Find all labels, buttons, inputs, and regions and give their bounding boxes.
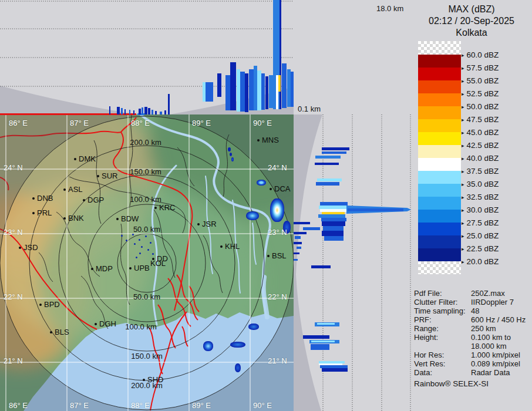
legend-label: ▸50.0 dBZ xyxy=(462,102,499,111)
legend-label: ▸52.5 dBZ xyxy=(462,89,499,98)
height-gridlines-side xyxy=(323,114,410,411)
metadata-value: 600 Hz / 450 Hz xyxy=(471,315,526,324)
legend-color-block xyxy=(418,248,461,261)
metadata-value: 250Z.max xyxy=(471,289,505,298)
legend-label: ▸27.5 dBZ xyxy=(462,218,499,227)
tick-arrow-icon: ▸ xyxy=(462,220,464,226)
legend-label: ▸42.5 dBZ xyxy=(462,141,499,150)
legend-color-block xyxy=(418,106,461,119)
height-gridlines xyxy=(0,1,294,86)
metadata-label: Range: xyxy=(414,324,471,333)
legend-label: ▸45.0 dBZ xyxy=(462,128,499,137)
tick-arrow-icon: ▸ xyxy=(462,52,464,58)
tick-arrow-icon: ▸ xyxy=(462,259,464,265)
legend-color-block xyxy=(418,223,461,235)
legend-label: ▸35.0 dBZ xyxy=(462,180,499,188)
tick-arrow-icon: ▸ xyxy=(462,117,464,123)
metadata-value: 1.000 km/pixel xyxy=(471,351,520,359)
legend-label: ▸55.0 dBZ xyxy=(462,76,499,85)
radar-product-window: 86° E86° E87° E87° E88° E88° E89° E89° E… xyxy=(0,0,532,411)
tick-arrow-icon: ▸ xyxy=(462,169,464,174)
metadata-value: 0.100 km to xyxy=(471,333,511,342)
legend-color-block xyxy=(418,210,461,223)
software-brand: Rainbow® SELEX-SI xyxy=(414,379,489,388)
product-timestamp: 02:12 / 20-Sep-2025 xyxy=(411,15,532,27)
legend-label: ▸25.0 dBZ xyxy=(462,231,499,240)
metadata-row: Height:0.100 km to xyxy=(414,333,531,342)
earth-curvature-right xyxy=(169,87,294,114)
metadata-row: Pdf File:250Z.max xyxy=(414,289,531,298)
tick-arrow-icon: ▸ xyxy=(462,78,464,84)
metadata-label: Height: xyxy=(414,333,471,342)
tick-arrow-icon: ▸ xyxy=(462,156,464,161)
legend-label: ▸37.5 dBZ xyxy=(462,167,499,176)
legend-label: ▸30.0 dBZ xyxy=(462,206,499,214)
tick-arrow-icon: ▸ xyxy=(462,233,464,239)
legend-label: ▸32.5 dBZ xyxy=(462,193,499,201)
metadata-value: 18.000 km xyxy=(471,342,507,351)
legend-header: MAX (dBZ) 02:12 / 20-Sep-2025 Kolkata xyxy=(411,4,532,39)
metadata-label: Time sampling: xyxy=(414,306,471,315)
earth-curvature-left xyxy=(0,86,139,114)
earth-curvature-side xyxy=(294,114,322,411)
legend-label: ▸40.0 dBZ xyxy=(462,154,499,163)
metadata-row: PRF:600 Hz / 450 Hz xyxy=(414,315,531,324)
metadata-row: Vert Res:0.089 km/pixel xyxy=(414,359,531,368)
metadata-value: 250 km xyxy=(471,324,496,333)
legend-color-block xyxy=(418,197,461,210)
metadata-value: 0.089 km/pixel xyxy=(471,359,520,368)
side-profile-panel xyxy=(294,114,410,411)
product-title: MAX (dBZ) xyxy=(411,4,532,15)
legend-color-block xyxy=(418,235,461,248)
legend-color-block xyxy=(418,158,461,171)
metadata-label: Clutter Filter: xyxy=(414,298,471,306)
legend-color-block xyxy=(418,55,461,68)
legend-label: ▸20.0 dBZ xyxy=(462,257,499,266)
tick-arrow-icon: ▸ xyxy=(462,143,464,149)
legend-label: ▸60.0 dBZ xyxy=(462,50,499,59)
metadata-value: Radar Data xyxy=(471,368,510,377)
legend-color-block xyxy=(418,132,461,145)
metadata-label: Vert Res: xyxy=(414,359,471,368)
legend-color-block xyxy=(418,80,461,93)
legend-color-block xyxy=(418,93,461,106)
tick-arrow-icon: ▸ xyxy=(462,207,464,213)
product-metadata: Pdf File:250Z.maxClutter Filter:IIRDoppl… xyxy=(414,289,531,377)
legend-color-block xyxy=(418,119,461,132)
legend-label: ▸22.5 dBZ xyxy=(462,244,499,253)
height-axis-min-label: 0.1 km xyxy=(298,105,321,113)
legend-label: ▸47.5 dBZ xyxy=(462,115,499,124)
tick-arrow-icon: ▸ xyxy=(462,65,464,71)
height-axis-max-label: 18.0 km xyxy=(376,4,403,13)
legend-color-block xyxy=(418,41,461,55)
legend-color-block xyxy=(418,145,461,158)
metadata-row: Range:250 km xyxy=(414,324,531,333)
metadata-row: Hor Res:1.000 km/pixel xyxy=(414,351,531,359)
station-name: Kolkata xyxy=(411,27,532,39)
metadata-row: Time sampling:48 xyxy=(414,306,531,315)
metadata-row: Clutter Filter:IIRDoppler 7 xyxy=(414,298,531,306)
metadata-label: Pdf File: xyxy=(414,289,471,298)
top-profile-panel xyxy=(0,1,294,114)
tick-arrow-icon: ▸ xyxy=(462,194,464,200)
metadata-value: IIRDoppler 7 xyxy=(471,298,514,306)
legend-color-block xyxy=(418,184,461,197)
metadata-value: 48 xyxy=(471,306,479,315)
legend-color-block xyxy=(418,171,461,184)
metadata-row: 18.000 km xyxy=(414,342,531,351)
tick-arrow-icon: ▸ xyxy=(462,246,464,252)
metadata-label: PRF: xyxy=(414,315,471,324)
tick-arrow-icon: ▸ xyxy=(462,91,464,97)
tick-arrow-icon: ▸ xyxy=(462,181,464,187)
metadata-label: Hor Res: xyxy=(414,351,471,359)
metadata-row: Data:Radar Data xyxy=(414,368,531,377)
dbz-colorbar xyxy=(418,41,461,274)
tick-arrow-icon: ▸ xyxy=(462,130,464,136)
tick-arrow-icon: ▸ xyxy=(462,104,464,110)
legend-label: ▸57.5 dBZ xyxy=(462,63,499,72)
metadata-label: Data: xyxy=(414,368,471,377)
legend-color-block xyxy=(418,68,461,80)
legend-color-block xyxy=(418,261,461,274)
